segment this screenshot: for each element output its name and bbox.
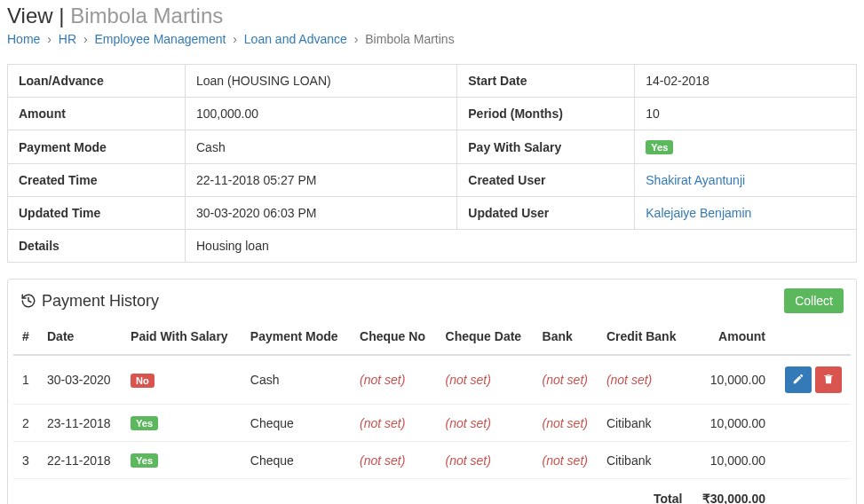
detail-value-updated-user: Kalejaiye Benjamin bbox=[635, 197, 857, 230]
cell-amount: 10,000.00 bbox=[689, 405, 771, 442]
breadcrumb-emp-mgmt[interactable]: Employee Management bbox=[95, 32, 226, 46]
cell-amount: 10,000.00 bbox=[689, 442, 771, 479]
cell-cheque-date: (not set) bbox=[439, 405, 535, 442]
col-cheque-no: Cheque No bbox=[353, 319, 438, 355]
detail-label-updated-time: Updated Time bbox=[8, 197, 186, 230]
table-row: 223-11-2018YesCheque(not set)(not set)(n… bbox=[13, 405, 851, 442]
cell-paid-with-salary: Yes bbox=[123, 442, 243, 479]
not-set-text: (not set) bbox=[543, 373, 588, 387]
created-user-link[interactable]: Shakirat Ayantunji bbox=[646, 173, 745, 187]
cell-payment-mode: Cash bbox=[243, 355, 353, 405]
status-badge-yes: Yes bbox=[131, 416, 158, 430]
edit-button[interactable] bbox=[785, 366, 812, 393]
cell-num: 3 bbox=[13, 442, 40, 479]
breadcrumb-sep: › bbox=[354, 32, 359, 46]
breadcrumb-sep: › bbox=[83, 32, 88, 46]
detail-label-pay-with-salary: Pay With Salary bbox=[457, 130, 635, 164]
cell-bank: (not set) bbox=[535, 405, 599, 442]
cell-paid-with-salary: No bbox=[123, 355, 243, 405]
table-row: 322-11-2018YesCheque(not set)(not set)(n… bbox=[13, 442, 851, 479]
cell-paid-with-salary: Yes bbox=[123, 405, 243, 442]
detail-label-start-date: Start Date bbox=[457, 65, 635, 98]
not-set-text: (not set) bbox=[606, 373, 652, 387]
panel-title-wrap: Payment History bbox=[20, 292, 159, 311]
not-set-text: (not set) bbox=[360, 373, 405, 387]
breadcrumb-hr[interactable]: HR bbox=[59, 32, 76, 46]
breadcrumb: Home › HR › Employee Management › Loan a… bbox=[7, 32, 857, 46]
detail-label-period: Period (Months) bbox=[457, 98, 635, 130]
cell-payment-mode: Cheque bbox=[243, 405, 353, 442]
cell-credit-bank: Citibank bbox=[599, 442, 690, 479]
history-table: # Date Paid With Salary Payment Mode Che… bbox=[13, 319, 851, 504]
delete-button[interactable] bbox=[815, 366, 842, 393]
cell-actions bbox=[771, 355, 851, 405]
cell-date: 30-03-2020 bbox=[40, 355, 123, 405]
col-num: # bbox=[13, 319, 40, 355]
cell-amount: 10,000.00 bbox=[689, 355, 771, 405]
history-icon bbox=[20, 293, 36, 309]
col-paid-with-salary: Paid With Salary bbox=[123, 319, 243, 355]
detail-table: Loan/Advance Loan (HOUSING LOAN) Start D… bbox=[7, 64, 857, 263]
detail-value-amount: 100,000.00 bbox=[186, 98, 457, 130]
detail-value-pay-with-salary: Yes bbox=[635, 130, 857, 164]
breadcrumb-sep: › bbox=[47, 32, 52, 46]
detail-value-created-time: 22-11-2018 05:27 PM bbox=[186, 164, 457, 197]
not-set-text: (not set) bbox=[360, 416, 405, 430]
cell-actions bbox=[771, 405, 851, 442]
table-row: 130-03-2020NoCash(not set)(not set)(not … bbox=[13, 355, 851, 405]
panel-title: Payment History bbox=[42, 292, 159, 311]
cell-cheque-date: (not set) bbox=[439, 442, 535, 479]
updated-user-link[interactable]: Kalejaiye Benjamin bbox=[646, 206, 751, 220]
cell-num: 1 bbox=[13, 355, 40, 405]
cell-num: 2 bbox=[13, 405, 40, 442]
detail-label-amount: Amount bbox=[8, 98, 186, 130]
breadcrumb-home[interactable]: Home bbox=[7, 32, 40, 46]
detail-value-loan: Loan (HOUSING LOAN) bbox=[186, 65, 457, 98]
trash-icon bbox=[822, 373, 835, 388]
not-set-text: (not set) bbox=[446, 453, 491, 468]
cell-date: 23-11-2018 bbox=[40, 405, 123, 442]
cell-cheque-no: (not set) bbox=[353, 405, 438, 442]
detail-value-details: Housing loan bbox=[186, 230, 857, 263]
status-badge-yes: Yes bbox=[131, 453, 158, 468]
col-payment-mode: Payment Mode bbox=[243, 319, 353, 355]
edit-icon bbox=[792, 373, 805, 388]
breadcrumb-current: Bimbola Martins bbox=[365, 32, 454, 46]
cell-cheque-no: (not set) bbox=[353, 355, 438, 405]
not-set-text: (not set) bbox=[543, 453, 588, 468]
col-amount: Amount bbox=[689, 319, 771, 355]
history-total-row: Total ₹30,000.00 bbox=[13, 479, 851, 505]
detail-label-payment-mode: Payment Mode bbox=[8, 130, 186, 164]
collect-button[interactable]: Collect bbox=[784, 288, 844, 313]
page-title: View | Bimbola Martins bbox=[7, 4, 857, 28]
col-actions bbox=[771, 319, 851, 355]
breadcrumb-loan-adv[interactable]: Loan and Advance bbox=[244, 32, 347, 46]
cell-credit-bank: (not set) bbox=[599, 355, 690, 405]
col-date: Date bbox=[40, 319, 123, 355]
breadcrumb-sep: › bbox=[233, 32, 237, 46]
detail-value-start-date: 14-02-2018 bbox=[635, 65, 857, 98]
total-value: ₹30,000.00 bbox=[689, 479, 771, 505]
payment-history-panel: Payment History Collect # Date Paid With… bbox=[7, 279, 857, 504]
detail-value-created-user: Shakirat Ayantunji bbox=[635, 164, 857, 197]
detail-label-details: Details bbox=[8, 230, 186, 263]
detail-value-payment-mode: Cash bbox=[186, 130, 457, 164]
status-badge-yes: Yes bbox=[646, 140, 673, 154]
cell-date: 22-11-2018 bbox=[40, 442, 123, 479]
not-set-text: (not set) bbox=[446, 373, 491, 387]
detail-label-loan: Loan/Advance bbox=[8, 65, 186, 98]
history-header-row: # Date Paid With Salary Payment Mode Che… bbox=[13, 319, 851, 355]
col-cheque-date: Cheque Date bbox=[439, 319, 535, 355]
panel-header: Payment History Collect bbox=[8, 280, 856, 319]
not-set-text: (not set) bbox=[446, 416, 491, 430]
col-credit-bank: Credit Bank bbox=[599, 319, 690, 355]
cell-cheque-no: (not set) bbox=[353, 442, 438, 479]
page-title-sep: | bbox=[53, 4, 71, 28]
page-title-prefix: View bbox=[7, 4, 53, 28]
detail-label-created-user: Created User bbox=[457, 164, 635, 197]
cell-credit-bank: Citibank bbox=[599, 405, 690, 442]
status-badge-no: No bbox=[131, 374, 155, 388]
total-label: Total bbox=[599, 479, 690, 505]
not-set-text: (not set) bbox=[543, 416, 588, 430]
cell-bank: (not set) bbox=[535, 442, 599, 479]
